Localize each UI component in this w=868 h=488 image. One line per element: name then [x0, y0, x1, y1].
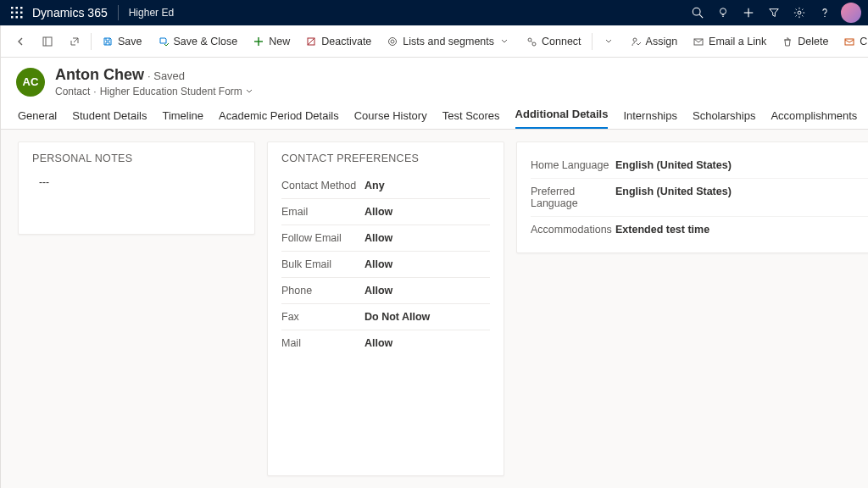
- cmd-label: Email a Link: [709, 36, 766, 47]
- field-email[interactable]: EmailAllow: [281, 199, 490, 225]
- new-button[interactable]: New: [246, 29, 297, 54]
- cmd-label: Assign: [646, 36, 678, 47]
- field-value: Any: [364, 180, 385, 191]
- target-icon: [387, 36, 398, 47]
- tab-academic-period[interactable]: Academic Period Details: [219, 109, 339, 129]
- tab-course-history[interactable]: Course History: [354, 109, 427, 129]
- plus-icon: [743, 7, 754, 19]
- field-label: Preferred Language: [531, 186, 615, 209]
- settings-button[interactable]: [787, 0, 812, 25]
- field-label: Accommodations: [531, 224, 615, 236]
- cmd-label: Save: [118, 36, 142, 47]
- field-contact-method[interactable]: Contact MethodAny: [281, 173, 490, 199]
- question-icon: [819, 7, 831, 19]
- field-bulk-email[interactable]: Bulk EmailAllow: [281, 252, 490, 278]
- svg-point-11: [721, 8, 726, 14]
- field-follow-email[interactable]: Follow EmailAllow: [281, 225, 490, 252]
- cmd-label: Save & Close: [174, 36, 238, 47]
- card-title: PERSONAL NOTES: [32, 152, 241, 164]
- lightbulb-button[interactable]: [710, 0, 736, 25]
- tab-general[interactable]: General: [18, 109, 57, 129]
- topbar-divider: [118, 5, 119, 20]
- svg-point-47: [528, 38, 531, 42]
- field-label: Mail: [281, 337, 364, 349]
- svg-rect-8: [20, 16, 23, 19]
- svg-point-46: [391, 40, 394, 43]
- svg-line-10: [699, 14, 703, 18]
- field-value: Allow: [364, 258, 392, 270]
- chevron-down-icon: [498, 36, 510, 47]
- field-phone[interactable]: PhoneAllow: [281, 278, 490, 304]
- open-record-set-button[interactable]: [35, 29, 60, 54]
- cmd-label: Connect: [542, 36, 581, 47]
- record-entity: Contact: [55, 86, 90, 97]
- panel-icon: [42, 36, 53, 47]
- assign-button[interactable]: Assign: [623, 29, 685, 54]
- field-label: Fax: [281, 311, 364, 323]
- envelope-icon: [843, 36, 855, 47]
- tab-accomplishments[interactable]: Accomplishments: [771, 109, 857, 129]
- cmd-label: Create Invitation: [860, 36, 868, 47]
- command-bar: Save Save & Close New Deactivate Lists a…: [1, 25, 868, 58]
- field-label: Home Language: [531, 159, 615, 171]
- svg-rect-4: [16, 12, 19, 14]
- back-button[interactable]: [8, 29, 33, 54]
- lightbulb-icon: [717, 7, 729, 19]
- tab-timeline[interactable]: Timeline: [162, 109, 203, 129]
- search-icon: [692, 7, 704, 19]
- gear-icon: [793, 7, 805, 19]
- tab-test-scores[interactable]: Test Scores: [442, 109, 500, 129]
- save-close-button[interactable]: Save & Close: [151, 29, 245, 54]
- card-personal-notes: PERSONAL NOTES ---: [18, 141, 255, 235]
- field-fax[interactable]: FaxDo Not Allow: [281, 304, 490, 330]
- cmd-label: New: [269, 36, 290, 47]
- card-languages-accommodations: Home LanguageEnglish (United States) Pre…: [516, 141, 868, 253]
- connect-button[interactable]: Connect: [519, 29, 588, 54]
- filter-button[interactable]: [761, 0, 787, 25]
- email-link-button[interactable]: Email a Link: [686, 29, 773, 54]
- svg-rect-5: [20, 12, 23, 14]
- field-label: Follow Email: [281, 232, 364, 244]
- svg-rect-3: [11, 12, 14, 14]
- form-selector[interactable]: Higher Education Student Form: [100, 86, 242, 97]
- svg-point-48: [532, 42, 536, 46]
- field-value: English (United States): [615, 186, 732, 209]
- help-button[interactable]: [812, 0, 837, 25]
- personal-notes-field[interactable]: ---: [32, 173, 241, 191]
- connect-split-button[interactable]: [596, 29, 621, 54]
- svg-rect-6: [11, 16, 14, 19]
- deactivate-button[interactable]: Deactivate: [298, 29, 378, 54]
- field-accommodations[interactable]: AccommodationsExtended test time: [531, 217, 868, 242]
- tab-additional-details[interactable]: Additional Details: [515, 108, 609, 129]
- create-invitation-button[interactable]: Create Invitation: [837, 29, 868, 54]
- connect-icon: [526, 36, 537, 47]
- tab-scholarships[interactable]: Scholarships: [693, 109, 755, 129]
- save-button[interactable]: Save: [95, 29, 149, 54]
- field-mail[interactable]: MailAllow: [281, 330, 490, 356]
- user-avatar[interactable]: [841, 3, 861, 23]
- app-launcher-button[interactable]: [7, 7, 27, 19]
- field-preferred-language[interactable]: Preferred LanguageEnglish (United States…: [531, 179, 868, 217]
- search-button[interactable]: [685, 0, 710, 25]
- field-home-language[interactable]: Home LanguageEnglish (United States): [531, 152, 868, 179]
- card-title: CONTACT PREFERENCES: [281, 152, 490, 164]
- waffle-icon: [11, 7, 23, 19]
- svg-point-17: [824, 16, 825, 17]
- global-navbar: Dynamics 365 Higher Ed: [0, 0, 868, 25]
- chevron-down-icon: [246, 88, 253, 95]
- add-button[interactable]: [736, 0, 761, 25]
- lists-segments-button[interactable]: Lists and segments: [380, 29, 517, 54]
- delete-button[interactable]: Delete: [775, 29, 835, 54]
- plus-icon: [253, 36, 264, 47]
- field-value: Extended test time: [615, 224, 709, 236]
- trash-icon: [782, 36, 793, 47]
- back-icon: [14, 36, 26, 47]
- popout-button[interactable]: [62, 29, 87, 54]
- brand-label: Dynamics 365: [32, 6, 108, 19]
- tab-student-details[interactable]: Student Details: [72, 109, 147, 129]
- field-label: Bulk Email: [281, 258, 364, 270]
- cmd-label: Delete: [798, 36, 828, 47]
- tab-internships[interactable]: Internships: [623, 109, 677, 129]
- record-avatar: AC: [16, 68, 45, 97]
- record-header: AC Anton Chew· Saved Contact · Higher Ed…: [1, 58, 868, 103]
